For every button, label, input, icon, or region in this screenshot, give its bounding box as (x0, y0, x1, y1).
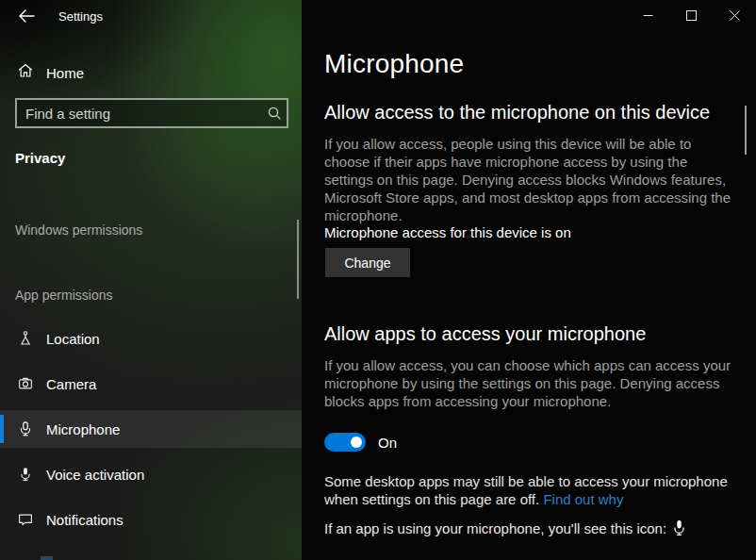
minimize-icon (643, 10, 653, 21)
desktop-apps-note-text: Some desktop apps may still be able to a… (324, 473, 728, 507)
location-pin-icon (17, 330, 34, 347)
home-label: Home (46, 65, 84, 81)
camera-icon (17, 375, 34, 392)
sidebar: Settings Home Privacy Windows permission… (0, 0, 302, 560)
microphone-indicator-icon (673, 519, 685, 536)
sidebar-item-camera[interactable]: Camera (0, 365, 302, 403)
sidebar-item-label: Location (46, 331, 100, 347)
device-access-status: Microphone access for this device is on (324, 224, 571, 240)
back-arrow-icon (18, 9, 35, 26)
app-title: Settings (58, 9, 103, 24)
search-box (15, 98, 288, 128)
microphone-access-toggle-row: On (324, 433, 397, 452)
change-button[interactable]: Change (325, 248, 410, 277)
microphone-icon (17, 420, 34, 437)
settings-window: Settings Home Privacy Windows permission… (0, 0, 756, 560)
sidebar-item-label: Camera (46, 376, 96, 392)
sidebar-item-label: Voice activation (46, 467, 144, 483)
main-content: Microphone Allow access to the microphon… (302, 0, 756, 560)
back-button[interactable] (13, 8, 40, 28)
maximize-icon (686, 10, 697, 21)
toggle-knob (351, 436, 362, 448)
partial-next-item-icon (41, 556, 53, 560)
sidebar-item-notifications[interactable]: Notifications (0, 501, 302, 538)
sidebar-item-voice-activation[interactable]: Voice activation (0, 455, 302, 493)
maximize-button[interactable] (669, 0, 713, 30)
main-scrollbar[interactable] (745, 106, 747, 155)
notifications-icon (17, 511, 34, 528)
mic-icon-note-text: If an app is using your microphone, you'… (324, 520, 666, 536)
device-access-description: If you allow access, people using this d… (324, 135, 737, 224)
find-out-why-link[interactable]: Find out why (543, 491, 623, 507)
microphone-access-toggle[interactable] (324, 433, 366, 452)
search-icon[interactable] (262, 106, 287, 121)
sidebar-item-location[interactable]: Location (0, 320, 302, 357)
group-windows-permissions: Windows permissions (15, 222, 142, 238)
section-heading-device-access: Allow access to the microphone on this d… (324, 102, 710, 124)
toggle-state-label: On (378, 435, 397, 451)
window-controls (626, 0, 756, 30)
mic-icon-note: If an app is using your microphone, you'… (324, 519, 685, 536)
page-title: Microphone (324, 49, 464, 79)
app-access-description: If you allow access, you can choose whic… (324, 356, 750, 410)
desktop-apps-note: Some desktop apps may still be able to a… (324, 472, 733, 508)
search-input[interactable] (17, 100, 262, 126)
selection-accent-bar (0, 415, 4, 443)
sidebar-item-microphone[interactable]: Microphone (0, 410, 302, 448)
sidebar-scrollbar[interactable] (297, 220, 299, 299)
category-label: Privacy (15, 150, 65, 166)
close-button[interactable] (713, 0, 756, 30)
close-icon (730, 10, 740, 21)
section-heading-app-access: Allow apps to access your microphone (324, 323, 646, 345)
sidebar-item-label: Notifications (46, 512, 123, 528)
minimize-button[interactable] (626, 0, 669, 30)
sidebar-item-label: Microphone (46, 421, 120, 437)
group-app-permissions: App permissions (15, 288, 113, 303)
home-icon (17, 62, 34, 83)
sidebar-item-home[interactable]: Home (0, 55, 302, 91)
voice-activation-icon (17, 466, 34, 483)
